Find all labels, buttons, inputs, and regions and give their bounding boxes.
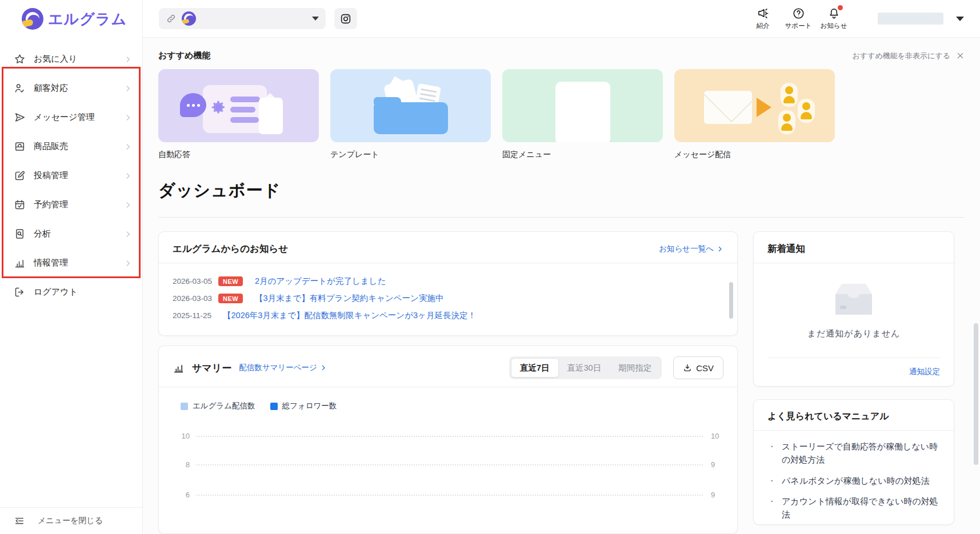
notifications-title: 新着通知 [767, 243, 940, 255]
sidebar-item-analytics[interactable]: 分析 [0, 219, 142, 248]
notifications-empty-state: まだ通知がありません [767, 263, 940, 345]
brand-logo-icon [22, 8, 43, 30]
gridline [197, 436, 703, 437]
collapse-menu-icon [14, 515, 25, 527]
support-button[interactable]: サポート [781, 7, 816, 30]
new-badge: NEW [218, 276, 243, 286]
sidebar-item-label: 投稿管理 [34, 170, 124, 181]
announcements-button[interactable]: お知らせ [816, 7, 851, 30]
account-menu-caret[interactable] [956, 17, 964, 21]
app-logo[interactable]: エルグラム [0, 0, 142, 38]
news-link[interactable]: 【2026年3月末まで】配信数無制限キャンペーンが3ヶ月延長決定！ [223, 310, 476, 321]
news-link[interactable]: 2月のアップデートが完了しました [255, 276, 386, 287]
account-name-redacted [878, 13, 943, 25]
topbar: 紹介 サポート お知らせ [143, 0, 980, 38]
new-badge: NEW [218, 294, 243, 303]
sidebar-item-reservation-management[interactable]: 予約管理 [0, 190, 142, 219]
bar-chart-icon [14, 257, 26, 269]
manual-link[interactable]: ・パネルボタンが稼働しない時の対処法 [767, 474, 940, 487]
feature-card-label: メッセージ配信 [674, 150, 835, 160]
sidebar-item-label: 商品販売 [34, 141, 124, 152]
legend-swatch-dark-blue [270, 403, 278, 410]
sidebar-item-label: お気に入り [34, 54, 124, 65]
bell-icon [827, 7, 841, 20]
chart-legend: エルグラム配信数 総フォロワー数 [173, 401, 723, 411]
edit-icon [14, 170, 26, 182]
shop-icon [14, 140, 26, 152]
divider [754, 430, 954, 431]
empty-inbox-icon [825, 279, 882, 318]
summary-page-link-label: 配信数サマリーページ [239, 363, 317, 373]
summary-page-link[interactable]: 配信数サマリーページ [239, 363, 327, 373]
sidebar-item-label: ログアウト [34, 287, 132, 298]
news-row: 2026-03-05 NEW 2月のアップデートが完了しました [173, 272, 723, 290]
notifications-panel: 新着通知 まだ通知がありません [753, 231, 954, 387]
legend-label: 総フォロワー数 [282, 401, 337, 411]
account-selector[interactable] [159, 8, 326, 29]
manual-link[interactable]: ・アカウント情報が取得できない時の対処法 [767, 495, 940, 521]
page-scrollbar[interactable] [974, 323, 978, 465]
news-scrollbar[interactable] [729, 282, 733, 319]
hide-recommended-button[interactable]: おすすめ機能を非表示にする [853, 51, 965, 61]
megaphone-icon [757, 7, 770, 20]
gridline [197, 495, 703, 496]
instagram-button[interactable] [334, 8, 357, 29]
tab-custom-period[interactable]: 期間指定 [610, 358, 660, 378]
bullet: ・ [767, 495, 776, 521]
recommended-title: おすすめ機能 [158, 50, 210, 61]
support-label: サポート [785, 22, 812, 30]
tab-last-7-days[interactable]: 直近7日 [511, 358, 559, 378]
bar-chart-icon [173, 362, 185, 374]
news-list-link-label: お知らせ一覧へ [659, 244, 714, 254]
news-list: 2026-03-05 NEW 2月のアップデートが完了しました 2026-03-… [173, 272, 723, 324]
sidebar-item-product-sales[interactable]: 商品販売 [0, 132, 142, 161]
divider [159, 387, 737, 387]
summary-title: サマリー [192, 362, 231, 375]
star-icon [14, 53, 26, 65]
referral-label: 紹介 [757, 22, 770, 30]
gridline-row: 10 10 [173, 432, 723, 440]
tab-last-30-days[interactable]: 直近30日 [559, 358, 610, 378]
close-icon[interactable] [956, 51, 965, 60]
legend-item-deliveries: エルグラム配信数 [181, 401, 255, 411]
referral-button[interactable]: 紹介 [745, 7, 781, 30]
feature-card-template[interactable]: テンプレート [330, 69, 491, 160]
manual-link-label: ストーリーズで自動応答が稼働しない時の対処方法 [782, 440, 940, 467]
sidebar-item-info-management[interactable]: 情報管理 [0, 248, 142, 278]
chevron-right-icon [124, 114, 132, 122]
manual-link-label: アカウント情報が取得できない時の対処法 [782, 495, 940, 521]
feature-card-auto-reply[interactable]: 自動応答 [158, 69, 319, 160]
fixed-menu-illustration [502, 69, 663, 142]
news-list-link[interactable]: お知らせ一覧へ [659, 244, 723, 254]
sidebar-item-label: メッセージ管理 [34, 112, 124, 123]
sidebar: エルグラム お気に入り 顧客対応 メッセージ管理 [0, 0, 143, 534]
right-axis-tick: 10 [711, 432, 719, 440]
legend-item-followers: 総フォロワー数 [270, 401, 337, 411]
csv-label: CSV [696, 363, 714, 373]
notification-settings-link[interactable]: 通知設定 [909, 367, 940, 376]
sidebar-item-customer-support[interactable]: 顧客対応 [0, 74, 142, 103]
notification-badge-dot [838, 5, 843, 10]
sidebar-item-message-management[interactable]: メッセージ管理 [0, 103, 142, 132]
logout-icon [14, 286, 26, 298]
brand-name: エルグラム [48, 9, 127, 29]
legend-label: エルグラム配信数 [193, 401, 255, 411]
legend-swatch-light-blue [181, 403, 188, 410]
feature-card-fixed-menu[interactable]: 固定メニュー [502, 69, 663, 160]
divider [159, 263, 737, 263]
manual-link[interactable]: ・ストーリーズで自動応答が稼働しない時の対処方法 [767, 440, 940, 467]
announcements-label: お知らせ [821, 22, 847, 30]
news-date: 2026-03-05 [173, 277, 215, 286]
right-axis-tick: 9 [711, 460, 715, 469]
csv-download-button[interactable]: CSV [673, 356, 723, 379]
feature-card-message-broadcast[interactable]: メッセージ配信 [674, 69, 835, 160]
sidebar-item-logout[interactable]: ログアウト [0, 278, 142, 307]
sidebar-item-post-management[interactable]: 投稿管理 [0, 161, 142, 190]
calendar-icon [14, 199, 26, 211]
close-menu-button[interactable]: メニューを閉じる [0, 507, 142, 534]
news-link[interactable]: 【3月末まで】有料プラン契約キャンペーン実施中 [255, 293, 443, 304]
sidebar-item-favorites[interactable]: お気に入り [0, 45, 142, 74]
news-date: 2025-11-25 [173, 311, 215, 320]
chevron-right-icon [124, 172, 132, 180]
chevron-right-icon [124, 259, 132, 267]
